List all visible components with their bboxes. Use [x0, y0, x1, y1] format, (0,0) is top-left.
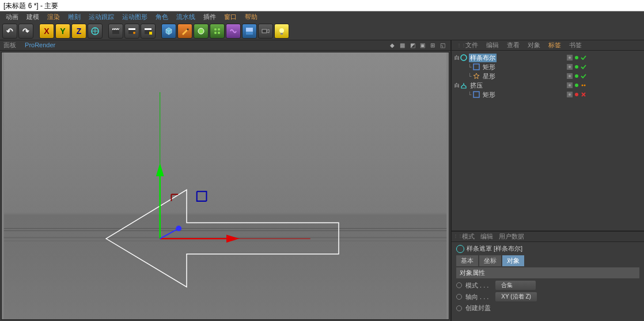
obj-panel-tab[interactable]: 编辑 — [483, 40, 502, 50]
tree-row[interactable]: 白样条布尔 — [452, 53, 644, 62]
svg-point-38 — [569, 66, 571, 68]
viewport-panel-tab[interactable]: 面板 — [3, 41, 16, 48]
tree-row[interactable]: └矩形 — [452, 62, 644, 71]
tag-icon[interactable] — [581, 73, 586, 79]
grip-icon: ⋮⋮⋮ — [453, 233, 467, 239]
nurbs-button[interactable] — [194, 24, 209, 39]
axis-x-toggle[interactable]: X — [39, 24, 54, 39]
environment-button[interactable] — [242, 24, 257, 39]
svg-point-42 — [575, 74, 578, 78]
tag-icon[interactable] — [574, 55, 579, 61]
object-icon — [472, 72, 480, 80]
svg-point-45 — [575, 84, 578, 87]
tag-icon[interactable] — [567, 73, 573, 79]
object-label[interactable]: 矩形 — [482, 90, 497, 99]
obj-panel-tab[interactable]: 书签 — [566, 40, 585, 50]
svg-rect-48 — [473, 92, 479, 97]
menu-item[interactable]: 动画 — [2, 12, 22, 22]
object-label[interactable]: 矩形 — [482, 63, 497, 71]
radio-icon[interactable] — [456, 305, 462, 311]
attr-subtab[interactable]: 基本 — [456, 255, 478, 266]
tree-row[interactable]: └矩形 — [452, 90, 644, 99]
obj-panel-tab[interactable]: 标签 — [545, 40, 565, 50]
viewport-3d[interactable] — [1, 52, 449, 320]
tag-icon[interactable] — [581, 64, 586, 70]
svg-point-10 — [214, 28, 217, 31]
tag-icon[interactable] — [567, 55, 573, 61]
redo-button[interactable]: ↷ — [18, 24, 33, 39]
menu-item[interactable]: 插件 — [200, 12, 219, 22]
svg-point-32 — [461, 55, 467, 61]
svg-point-51 — [575, 93, 578, 96]
cube-primitive-button[interactable] — [161, 24, 176, 39]
camera-button[interactable] — [258, 24, 273, 39]
menu-item[interactable]: 渲染 — [44, 12, 63, 22]
property-value-dropdown[interactable]: 合集 — [495, 281, 536, 290]
main-toolbar: ↶ ↷ X Y Z — [0, 22, 644, 40]
radio-icon[interactable] — [456, 294, 462, 300]
array-button[interactable] — [210, 24, 225, 39]
tag-icon[interactable] — [581, 92, 586, 97]
pen-spline-button[interactable] — [177, 24, 192, 39]
radio-icon[interactable] — [456, 282, 462, 288]
tag-icon[interactable] — [574, 73, 579, 79]
svg-rect-18 — [281, 33, 283, 35]
svg-rect-15 — [246, 28, 253, 31]
obj-panel-tab[interactable]: 查看 — [503, 40, 523, 50]
coord-system-button[interactable] — [88, 24, 103, 39]
menu-item[interactable]: 角色 — [152, 12, 172, 22]
object-label[interactable]: 样条布尔 — [469, 54, 497, 62]
svg-point-50 — [569, 93, 571, 96]
tag-icon[interactable] — [567, 82, 573, 88]
menu-bar: 动画建模渲染雕刻运动跟踪运动图形角色流水线插件窗口帮助 — [0, 12, 644, 22]
property-label: 创建封盖 — [465, 304, 491, 312]
tag-icon[interactable] — [567, 64, 573, 70]
attr-tab-userdata[interactable]: 用户数据 — [499, 232, 524, 241]
menu-item[interactable]: 流水线 — [173, 12, 199, 22]
tag-icon[interactable] — [567, 92, 573, 97]
tree-row[interactable]: └星形 — [452, 71, 644, 81]
tag-icon[interactable] — [574, 64, 579, 70]
object-manager-tree[interactable]: 白样条布尔└矩形└星形白挤压└矩形 — [452, 51, 644, 232]
object-label[interactable]: 星形 — [482, 72, 497, 81]
light-button[interactable] — [274, 24, 289, 39]
object-label[interactable]: 挤压 — [469, 81, 484, 90]
attribute-manager: ⋮⋮⋮ 模式 编辑 用户数据 样条遮罩 [样条布尔] 基本坐标对象 对象属性 模… — [452, 232, 644, 321]
axis-y-toggle[interactable]: Y — [55, 24, 70, 39]
clapper-1-button[interactable] — [108, 24, 123, 39]
svg-point-39 — [575, 65, 578, 69]
svg-rect-8 — [149, 32, 152, 35]
axis-z-toggle[interactable]: Z — [71, 24, 86, 39]
property-value-dropdown[interactable]: XY (沿着 Z) — [495, 292, 536, 301]
tag-icon[interactable] — [581, 55, 586, 61]
viewport-layout-icons[interactable]: ◆ ▦ ◩ ▣ ⊞ ◱ — [390, 42, 447, 48]
menu-item[interactable]: 雕刻 — [65, 12, 84, 22]
tree-row[interactable]: 白挤压 — [452, 81, 644, 90]
menu-item[interactable]: 运动跟踪 — [85, 12, 118, 22]
tag-icon[interactable] — [581, 82, 586, 88]
svg-rect-36 — [473, 64, 479, 70]
attr-subtab[interactable]: 坐标 — [479, 255, 501, 266]
menu-item[interactable]: 建模 — [23, 12, 43, 22]
property-label: 轴向 . . . — [465, 293, 488, 301]
object-icon — [460, 54, 468, 62]
undo-button[interactable]: ↶ — [2, 24, 17, 39]
menu-item[interactable]: 运动图形 — [119, 12, 151, 22]
menu-item[interactable]: 帮助 — [241, 12, 261, 22]
deformer-button[interactable] — [226, 24, 241, 39]
attr-subtab[interactable]: 对象 — [502, 255, 524, 266]
clapper-3-button[interactable] — [141, 24, 156, 39]
tag-icon[interactable] — [574, 92, 579, 97]
svg-point-35 — [575, 56, 578, 59]
svg-rect-4 — [128, 28, 135, 30]
object-manager-tabs: ⋮⋮⋮ 文件 编辑 查看 对象 标签 书签 — [452, 40, 644, 51]
svg-rect-7 — [145, 28, 151, 30]
tag-icon[interactable] — [574, 82, 579, 88]
svg-rect-14 — [246, 31, 253, 35]
obj-panel-tab[interactable]: 对象 — [524, 40, 544, 50]
attr-tab-edit[interactable]: 编辑 — [480, 232, 493, 241]
object-icon — [460, 81, 468, 89]
menu-item[interactable]: 窗口 — [221, 12, 240, 22]
viewport-prorender-tab[interactable]: ProRender — [25, 41, 55, 48]
clapper-2-button[interactable] — [124, 24, 139, 39]
